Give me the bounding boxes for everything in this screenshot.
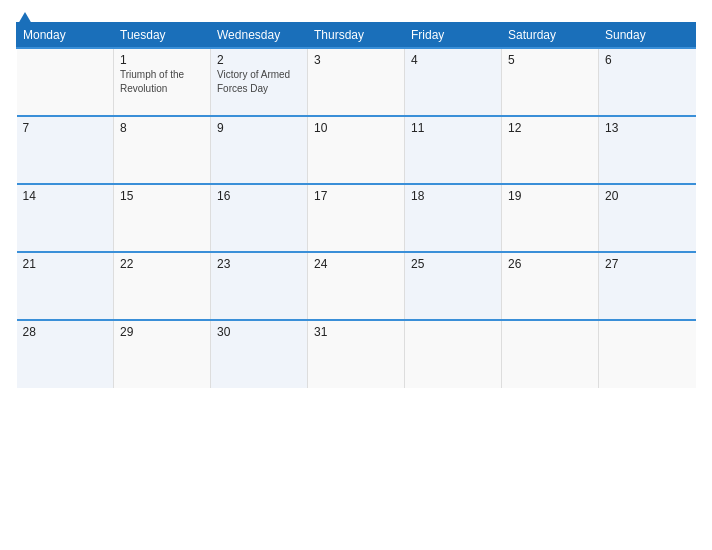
day-number: 20 bbox=[605, 189, 690, 203]
col-header-thursday: Thursday bbox=[308, 23, 405, 49]
day-number: 12 bbox=[508, 121, 592, 135]
calendar-cell: 11 bbox=[405, 116, 502, 184]
day-number: 26 bbox=[508, 257, 592, 271]
day-number: 11 bbox=[411, 121, 495, 135]
day-number: 5 bbox=[508, 53, 592, 67]
calendar-cell: 12 bbox=[502, 116, 599, 184]
day-number: 3 bbox=[314, 53, 398, 67]
calendar-cell bbox=[17, 48, 114, 116]
calendar-cell: 19 bbox=[502, 184, 599, 252]
calendar-cell: 10 bbox=[308, 116, 405, 184]
day-number: 16 bbox=[217, 189, 301, 203]
logo-triangle-icon bbox=[18, 12, 32, 24]
col-header-sunday: Sunday bbox=[599, 23, 696, 49]
calendar-cell: 26 bbox=[502, 252, 599, 320]
calendar-cell: 20 bbox=[599, 184, 696, 252]
calendar-cell: 31 bbox=[308, 320, 405, 388]
day-number: 7 bbox=[23, 121, 108, 135]
day-number: 25 bbox=[411, 257, 495, 271]
day-number: 19 bbox=[508, 189, 592, 203]
day-number: 24 bbox=[314, 257, 398, 271]
calendar-cell: 16 bbox=[211, 184, 308, 252]
calendar-cell: 9 bbox=[211, 116, 308, 184]
col-header-wednesday: Wednesday bbox=[211, 23, 308, 49]
calendar-week-5: 28293031 bbox=[17, 320, 696, 388]
calendar-cell: 29 bbox=[114, 320, 211, 388]
col-header-monday: Monday bbox=[17, 23, 114, 49]
calendar-body: 1Triumph of the Revolution2Victory of Ar… bbox=[17, 48, 696, 388]
day-number: 30 bbox=[217, 325, 301, 339]
calendar-cell: 14 bbox=[17, 184, 114, 252]
col-header-tuesday: Tuesday bbox=[114, 23, 211, 49]
calendar-cell: 27 bbox=[599, 252, 696, 320]
calendar-cell: 24 bbox=[308, 252, 405, 320]
calendar-cell: 7 bbox=[17, 116, 114, 184]
calendar-cell bbox=[405, 320, 502, 388]
day-number: 10 bbox=[314, 121, 398, 135]
day-number: 29 bbox=[120, 325, 204, 339]
calendar-cell bbox=[502, 320, 599, 388]
calendar-cell: 25 bbox=[405, 252, 502, 320]
calendar-cell: 5 bbox=[502, 48, 599, 116]
calendar-cell: 22 bbox=[114, 252, 211, 320]
day-number: 27 bbox=[605, 257, 690, 271]
logo-blue-text bbox=[16, 12, 32, 24]
day-number: 13 bbox=[605, 121, 690, 135]
day-number: 9 bbox=[217, 121, 301, 135]
day-number: 14 bbox=[23, 189, 108, 203]
day-number: 17 bbox=[314, 189, 398, 203]
day-number: 6 bbox=[605, 53, 690, 67]
calendar-cell: 1Triumph of the Revolution bbox=[114, 48, 211, 116]
logo bbox=[16, 12, 32, 24]
calendar-cell: 4 bbox=[405, 48, 502, 116]
calendar-week-3: 14151617181920 bbox=[17, 184, 696, 252]
calendar-week-2: 78910111213 bbox=[17, 116, 696, 184]
calendar-cell: 8 bbox=[114, 116, 211, 184]
calendar-cell: 17 bbox=[308, 184, 405, 252]
page: MondayTuesdayWednesdayThursdayFridaySatu… bbox=[0, 0, 712, 550]
calendar-cell: 18 bbox=[405, 184, 502, 252]
day-number: 23 bbox=[217, 257, 301, 271]
calendar-cell: 28 bbox=[17, 320, 114, 388]
day-number: 4 bbox=[411, 53, 495, 67]
calendar-cell: 21 bbox=[17, 252, 114, 320]
day-number: 31 bbox=[314, 325, 398, 339]
calendar-cell: 30 bbox=[211, 320, 308, 388]
col-header-friday: Friday bbox=[405, 23, 502, 49]
calendar-cell: 3 bbox=[308, 48, 405, 116]
day-number: 15 bbox=[120, 189, 204, 203]
day-number: 22 bbox=[120, 257, 204, 271]
calendar-table: MondayTuesdayWednesdayThursdayFridaySatu… bbox=[16, 22, 696, 388]
event-label: Triumph of the Revolution bbox=[120, 69, 184, 94]
day-number: 8 bbox=[120, 121, 204, 135]
calendar-cell: 2Victory of Armed Forces Day bbox=[211, 48, 308, 116]
calendar-cell: 6 bbox=[599, 48, 696, 116]
calendar-week-4: 21222324252627 bbox=[17, 252, 696, 320]
calendar-cell: 15 bbox=[114, 184, 211, 252]
event-label: Victory of Armed Forces Day bbox=[217, 69, 290, 94]
calendar-cell: 23 bbox=[211, 252, 308, 320]
day-number: 18 bbox=[411, 189, 495, 203]
calendar-cell bbox=[599, 320, 696, 388]
weekday-header: MondayTuesdayWednesdayThursdayFridaySatu… bbox=[17, 23, 696, 49]
calendar-header-row: MondayTuesdayWednesdayThursdayFridaySatu… bbox=[17, 23, 696, 49]
day-number: 1 bbox=[120, 53, 204, 67]
day-number: 2 bbox=[217, 53, 301, 67]
col-header-saturday: Saturday bbox=[502, 23, 599, 49]
calendar-week-1: 1Triumph of the Revolution2Victory of Ar… bbox=[17, 48, 696, 116]
calendar-cell: 13 bbox=[599, 116, 696, 184]
day-number: 28 bbox=[23, 325, 108, 339]
day-number: 21 bbox=[23, 257, 108, 271]
